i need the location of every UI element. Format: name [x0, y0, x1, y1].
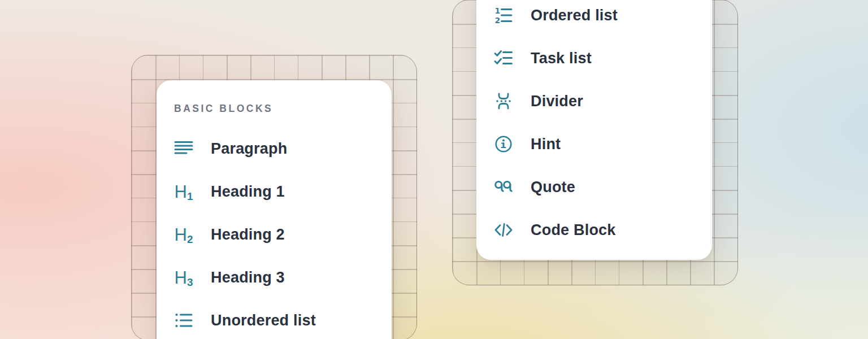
menu-item-hint[interactable]: Hint	[494, 123, 712, 166]
unordered-list-icon	[174, 311, 193, 330]
svg-text:2: 2	[495, 16, 501, 25]
menu-item-heading-2[interactable]: H2 Heading 2	[174, 213, 392, 256]
menu-item-label: Divider	[531, 93, 583, 110]
menu-item-paragraph[interactable]: Paragraph	[174, 127, 392, 170]
menu-item-quote[interactable]: Quote	[494, 166, 712, 208]
menu-item-label: Unordered list	[211, 312, 316, 329]
marketing-illustration: { "colors": { "icon_teal": "#2d7e99", "i…	[0, 0, 868, 339]
quote-icon	[494, 177, 513, 197]
heading-3-icon: H3	[174, 268, 193, 287]
block-menu-lists-and-more: 1 2 Ordered list Task list	[476, 0, 712, 260]
ordered-list-icon: 1 2	[494, 6, 513, 25]
block-menu-basic-blocks: BASIC BLOCKS Paragraph H1 Heading 1 H2 H…	[157, 80, 392, 339]
menu-item-code-block[interactable]: Code Block	[494, 208, 712, 251]
menu-item-divider[interactable]: Divider	[494, 80, 712, 123]
heading-1-icon: H1	[174, 182, 193, 201]
code-block-icon	[494, 220, 513, 240]
menu-item-task-list[interactable]: Task list	[494, 37, 712, 80]
task-list-icon	[494, 49, 513, 68]
section-label-basic-blocks: BASIC BLOCKS	[174, 104, 392, 114]
menu-item-label: Quote	[531, 179, 575, 196]
menu-item-heading-1[interactable]: H1 Heading 1	[174, 170, 392, 213]
paragraph-icon	[174, 139, 193, 158]
hint-icon	[494, 134, 513, 154]
menu-item-label: Heading 1	[211, 183, 285, 201]
menu-item-label: Task list	[531, 50, 592, 67]
menu-item-label: Heading 2	[211, 226, 285, 244]
menu-item-label: Heading 3	[211, 269, 285, 286]
divider-icon	[494, 92, 513, 111]
menu-item-heading-3[interactable]: H3 Heading 3	[174, 256, 392, 299]
svg-text:1: 1	[495, 6, 501, 15]
menu-item-label: Paragraph	[211, 140, 287, 158]
menu-item-label: Ordered list	[531, 7, 618, 24]
menu-item-label: Code Block	[531, 221, 616, 239]
heading-2-icon: H2	[174, 225, 193, 244]
menu-item-ordered-list[interactable]: 1 2 Ordered list	[494, 0, 712, 37]
menu-item-unordered-list[interactable]: Unordered list	[174, 299, 392, 339]
menu-item-label: Hint	[531, 136, 561, 153]
